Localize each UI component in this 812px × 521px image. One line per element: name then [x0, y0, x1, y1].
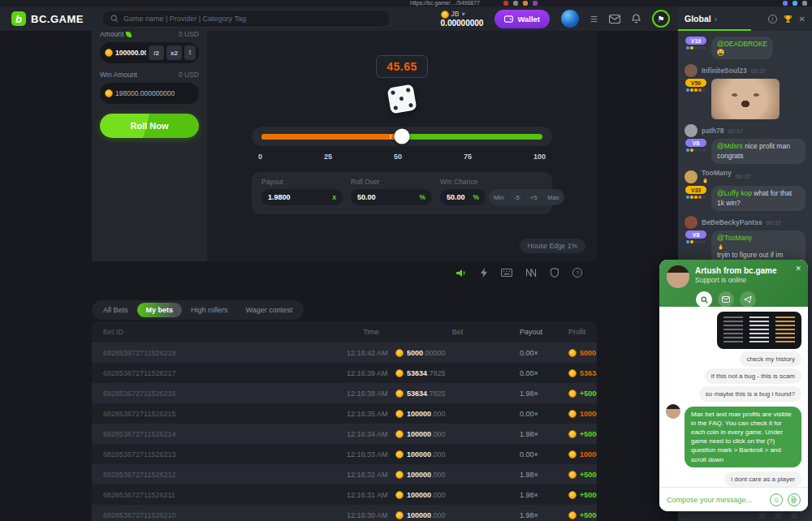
chat-image-attachment[interactable]	[711, 79, 780, 119]
search-input[interactable]: Game name | Provider | Category Tag	[102, 10, 391, 28]
messages-icon[interactable]	[609, 15, 620, 24]
coin-icon	[568, 491, 577, 499]
roll-now-button[interactable]: Roll Now	[100, 114, 199, 138]
bet-amount-stepper[interactable]: ▴▾	[184, 45, 196, 60]
bcgame-logo[interactable]: b BC.GAME	[11, 11, 84, 26]
bet-row[interactable]: 682853672711526214 12:16:34 AM 100000.00…	[92, 424, 597, 444]
win-amount-input[interactable]: 198000.000000000	[100, 83, 199, 104]
percent-suffix: %	[473, 193, 479, 201]
bet-amount-input[interactable]: 100000.00000000 /2 x2 ▴▾	[100, 42, 199, 63]
bet-row[interactable]: 682853672711526213 12:16:33 AM 100000.00…	[103, 444, 585, 464]
balance-selector[interactable]: JB▾ 0.00000000	[441, 11, 484, 28]
user-menu-icon[interactable]: ☰	[590, 15, 598, 24]
bet-time: 12:16:32 AM	[347, 471, 395, 479]
min-button[interactable]: Min	[489, 194, 509, 201]
chat-mention[interactable]: @TooMany	[717, 234, 800, 250]
chat-mention[interactable]: @Mdsrs	[717, 142, 743, 150]
tab-my-bets[interactable]: My bets	[137, 303, 183, 317]
win-amount-label: Win Amount	[100, 71, 137, 79]
attachment-paperclip-icon[interactable]	[788, 493, 801, 506]
chat-username[interactable]: path78	[702, 127, 723, 135]
bet-amount: 100000.000	[395, 450, 520, 459]
coin-icon	[568, 410, 577, 418]
roll-result-value: 45.65	[376, 55, 428, 78]
support-telegram-icon[interactable]	[740, 291, 756, 308]
bet-amount-value: 100000.00000000	[115, 49, 146, 57]
bet-row[interactable]: 682853672711526210 12:16:30 AM 100000.00…	[92, 505, 597, 521]
browser-url[interactable]: https://bc.game/…/5496877	[410, 0, 480, 6]
bet-profit: +5000.00000	[568, 390, 597, 398]
coin-icon	[395, 369, 404, 377]
bonus-flag-icon[interactable]: ⚑	[652, 10, 670, 28]
emoji-smiley-icon[interactable]: ☺	[770, 493, 783, 506]
chat-channel-title[interactable]: Global	[685, 14, 711, 24]
trophy-icon[interactable]	[784, 15, 793, 24]
user-avatar[interactable]	[561, 10, 579, 28]
tab-all-bets[interactable]: All Bets	[94, 303, 137, 317]
payout-label: Payout	[261, 178, 343, 186]
chat-user-avatar[interactable]	[685, 170, 698, 183]
tab-high-rollers[interactable]: High rollers	[182, 303, 237, 317]
roll-slider[interactable]	[252, 127, 552, 146]
trends-icon[interactable]	[526, 269, 537, 277]
chat-username[interactable]: InfiniteSoul23	[702, 67, 747, 75]
house-edge-badge: House Edge 1%	[520, 239, 585, 253]
browser-extension-icons[interactable]	[503, 1, 538, 6]
chat-mention[interactable]: @DEADBROKE	[717, 40, 767, 48]
chat-input-hint-icons[interactable]	[758, 512, 797, 519]
double-bet-button[interactable]: x2	[166, 45, 182, 60]
bet-row[interactable]: 682853672711526217 12:16:39 AM 53634.782…	[103, 363, 585, 383]
bet-row[interactable]: 682853672711526211 12:16:31 AM 100000.00…	[103, 484, 585, 505]
chat-username[interactable]: TooMany	[702, 169, 732, 184]
minus5-button[interactable]: -5	[509, 194, 525, 201]
bet-row[interactable]: 682853672711526218 12:16:42 AM 5000.0000…	[92, 342, 597, 363]
support-screenshot-attachment[interactable]	[717, 312, 801, 349]
scale-tick: 25	[324, 153, 332, 161]
support-compose-input[interactable]: Compose your message...	[667, 496, 765, 504]
quick-bet-bolt-icon[interactable]	[481, 268, 487, 278]
support-close-icon[interactable]: ✕	[795, 265, 801, 273]
wallet-icon	[504, 15, 513, 23]
chat-user-avatar[interactable]	[685, 64, 698, 77]
bet-id: 682853672711526214	[103, 430, 347, 438]
bet-row[interactable]: 682853672711526212 12:16:32 AM 100000.00…	[92, 464, 597, 484]
chevron-right-icon[interactable]: ›	[715, 15, 717, 24]
max-button[interactable]: Max	[542, 194, 564, 201]
coin-icon	[395, 349, 404, 357]
slider-track[interactable]	[261, 134, 542, 140]
medal-dot	[698, 46, 702, 50]
slider-handle[interactable]	[395, 129, 410, 144]
chat-close-icon[interactable]: ✕	[799, 15, 806, 24]
fairness-shield-icon[interactable]	[551, 268, 559, 278]
bet-amount: 53634.7825	[395, 369, 520, 377]
plus5-button[interactable]: +5	[525, 194, 543, 201]
amount-label: Amount	[100, 30, 123, 38]
medal-dot	[702, 46, 706, 50]
half-bet-button[interactable]: /2	[149, 45, 164, 60]
rollover-input[interactable]: 50.00 %	[351, 189, 432, 205]
tab-wager-contest[interactable]: Wager contest	[237, 303, 302, 317]
browser-window-icons[interactable]	[783, 1, 807, 6]
slider-scale: 0 25 50 75 100	[252, 153, 552, 161]
bets-table-body: 682853672711526218 12:16:42 AM 5000.0000…	[103, 342, 585, 521]
hotkeys-keyboard-icon[interactable]	[501, 269, 512, 277]
notifications-bell-icon[interactable]	[632, 14, 641, 24]
support-chat-widget: Artush from bc.game Support is online ✕ …	[659, 260, 808, 511]
bet-row[interactable]: 682853672711526216 12:16:38 AM 53634.782…	[92, 383, 597, 403]
search-placeholder: Game name | Provider | Category Tag	[123, 15, 246, 23]
support-user-message: i dont care as a player	[724, 471, 801, 487]
bet-row[interactable]: 682853672711526215 12:16:35 AM 100000.00…	[103, 403, 585, 424]
sound-icon[interactable]	[456, 269, 467, 278]
chat-user-avatar[interactable]	[685, 124, 698, 137]
help-icon[interactable]: ?	[572, 268, 582, 278]
chat-username[interactable]: BeBeBeckyPantss	[702, 218, 762, 226]
payout-input[interactable]: 1.9800 x	[261, 189, 343, 205]
chevron-down-icon: ▾	[461, 11, 464, 18]
wallet-button[interactable]: Wallet	[495, 10, 550, 28]
chat-user-avatar[interactable]	[685, 216, 698, 229]
support-search-icon[interactable]	[696, 291, 712, 308]
winchance-input[interactable]: 50.00 %	[440, 189, 486, 205]
chat-rules-info-icon[interactable]: i	[768, 15, 777, 24]
chat-mention[interactable]: @Luffy kop	[717, 189, 752, 197]
support-email-icon[interactable]	[718, 291, 734, 308]
